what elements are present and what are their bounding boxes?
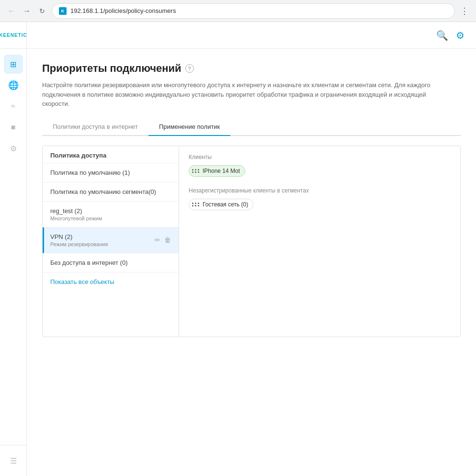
policies-layout: Политика доступа Политика по умолчанию (… [42,146,461,337]
client-chip-iphone[interactable]: IPhone 14 Mot [189,165,245,177]
policy-list-panel: Политика доступа Политика по умолчанию (… [43,146,179,337]
edit-policy-icon[interactable]: ✏ [155,236,160,244]
content-area: Приоритеты подключений ? Настройте полит… [27,49,476,476]
sidebar-menu-button[interactable]: ☰ [4,451,23,470]
gear-icon: ⚙ [10,144,17,153]
forward-button[interactable]: → [21,5,33,17]
favicon: K [59,7,67,15]
url-text: 192.168.1.1/policies/policy-consumers [70,7,448,14]
unregistered-label: Незарегистрированные клиенты в сегментах [189,187,451,194]
sidebar-item-settings[interactable]: ⚙ [4,139,23,158]
policy-vpn-actions: ✏ 🗑 [155,236,171,244]
tab-policy-access[interactable]: Политики доступа в интернет [42,118,148,136]
client-chips-area: IPhone 14 Mot [189,164,451,180]
sidebar-icons: ⊞ 🌐 ≈ ■ ⚙ [0,49,26,445]
refresh-button[interactable]: ↻ [36,5,48,17]
clients-panel: Клиенты IPhone 14 Mot [179,146,460,337]
address-bar: K 192.168.1.1/policies/policy-consumers [52,3,455,19]
clients-section-label: Клиенты [189,154,451,160]
segment-chip-guest[interactable]: Гостевая сеть (0) [189,199,253,210]
policy-mode-reg-test: Многопутевой режим [50,215,171,221]
sidebar: KEENETIC ⊞ 🌐 ≈ ■ ⚙ ☰ [0,22,27,476]
drag-handle-icon [192,169,200,173]
sidebar-item-dashboard[interactable]: ⊞ [4,55,23,74]
policy-item-vpn-row: VPN (2) Режим резервирования ✏ 🗑 [50,233,171,247]
app-container: KEENETIC ⊞ 🌐 ≈ ■ ⚙ ☰ [0,22,476,476]
delete-policy-icon[interactable]: 🗑 [164,236,171,244]
segment-chip-label: Гостевая сеть (0) [203,201,248,208]
wifi-icon: ≈ [11,102,15,111]
back-button[interactable]: ← [6,5,17,17]
segment-drag-handle-icon [192,203,200,206]
browser-chrome: ← → ↻ K 192.168.1.1/policies/policy-cons… [0,0,476,22]
sidebar-item-internet[interactable]: 🌐 [4,76,23,95]
browser-menu-button[interactable]: ⋮ [459,5,470,17]
tabs-container: Политики доступа в интернет Применение п… [42,118,461,136]
policy-item-vpn[interactable]: VPN (2) Режим резервирования ✏ 🗑 [43,227,179,253]
policy-item-default[interactable]: Политика по умолчанию (1) [43,163,179,182]
show-all-link[interactable]: Показать все объекты [43,272,179,291]
settings-gear-icon[interactable]: ⚙ [456,30,465,41]
page-title: Приоритеты подключений [42,62,181,75]
sidebar-item-wifi[interactable]: ≈ [4,97,23,116]
policy-item-no-access[interactable]: Без доступа в интернет (0) [43,253,179,272]
search-icon[interactable]: 🔍 [436,30,448,41]
top-bar: 🔍 ⚙ [27,22,476,49]
segment-chips-area: Гостевая сеть (0) [189,198,451,213]
main-content: 🔍 ⚙ Приоритеты подключений ? Настройте п… [27,22,476,476]
policy-item-segment-default[interactable]: Политика по умолчанию сегмента(0) [43,182,179,202]
shield-icon: ■ [11,123,16,132]
hamburger-icon: ☰ [10,456,17,465]
page-title-area: Приоритеты подключений ? [42,62,461,75]
sidebar-item-security[interactable]: ■ [4,118,23,137]
policy-vpn-text: VPN (2) Режим резервирования [50,233,108,247]
sidebar-logo-area: KEENETIC [0,22,26,49]
page-description: Настройте политики резервирования или мн… [42,80,454,109]
policy-list-header: Политика доступа [43,146,179,163]
policy-item-reg-test[interactable]: reg_test (2) Многопутевой режим [43,202,179,227]
globe-icon: 🌐 [8,80,19,91]
policy-mode-vpn: Режим резервирования [50,241,108,247]
tab-policy-apply[interactable]: Применение политик [148,118,230,136]
help-icon[interactable]: ? [185,64,194,73]
client-chip-label: IPhone 14 Mot [203,168,240,174]
keenetic-logo: KEENETIC [0,33,27,38]
sidebar-bottom: ☰ [0,445,26,476]
dashboard-icon: ⊞ [10,60,16,69]
